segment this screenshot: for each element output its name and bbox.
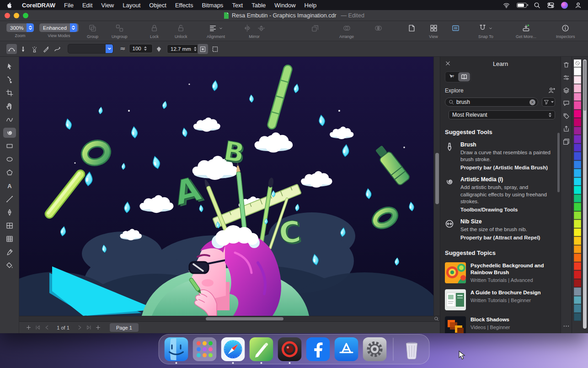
color-swatch-4[interactable] (574, 101, 581, 109)
alignment-button[interactable]: Alignment (207, 23, 225, 39)
interactive-fill-tool[interactable] (3, 260, 16, 271)
color-swatch-24[interactable] (574, 271, 581, 279)
sprayer-mode-button[interactable] (29, 44, 40, 54)
mirror-horizontal-button[interactable] (243, 24, 251, 32)
eyedropper-tool[interactable] (3, 247, 16, 257)
view-mode-select[interactable]: Enhanced (39, 23, 79, 32)
color-swatch-11[interactable] (574, 161, 581, 169)
color-swatch-23[interactable] (574, 262, 581, 271)
sign-in-icon[interactable] (548, 87, 555, 94)
dock-system-settings[interactable] (363, 337, 387, 361)
page-sorter-view-button[interactable] (408, 24, 416, 32)
comments-inspector-button[interactable] (563, 100, 570, 107)
color-swatch-20[interactable] (574, 237, 581, 245)
suggested-tool-2[interactable]: Nib SizeSet the size of the brush nib.Pr… (440, 218, 561, 240)
close-docker-button[interactable] (445, 60, 451, 66)
sort-select[interactable]: Most Relevant (449, 110, 555, 119)
multipage-view-button[interactable] (430, 24, 438, 32)
menu-object[interactable]: Object (149, 2, 166, 9)
color-swatch-27[interactable] (574, 296, 581, 304)
filter-button[interactable] (542, 97, 555, 107)
color-swatch-7[interactable] (574, 127, 581, 135)
combine-button[interactable] (343, 24, 351, 32)
color-swatch-29[interactable] (574, 313, 581, 321)
tags-inspector-button[interactable] (563, 113, 570, 119)
zoom-level-select[interactable]: 300% (6, 23, 34, 32)
first-page-button[interactable] (33, 324, 42, 332)
graph-paper-tool[interactable] (3, 221, 16, 231)
shape-tool[interactable] (3, 75, 16, 85)
rectangle-tool[interactable] (3, 141, 16, 151)
vertical-scrollbar[interactable] (433, 57, 440, 316)
ellipse-tool[interactable] (3, 154, 16, 164)
wifi-icon[interactable] (503, 2, 510, 9)
fullscreen-preview-button[interactable] (452, 24, 460, 32)
color-swatch-22[interactable] (574, 254, 581, 262)
horizontal-scrollbar-thumb[interactable] (206, 317, 283, 320)
color-swatch-9[interactable] (574, 144, 581, 152)
color-swatch-0[interactable] (574, 67, 581, 76)
crop-tool[interactable] (3, 88, 16, 98)
user-menu-icon[interactable] (575, 2, 582, 9)
palette-scrollbar-thumb[interactable] (583, 60, 586, 111)
frames-inspector-button[interactable] (563, 138, 570, 145)
polygon-tool[interactable] (3, 168, 16, 178)
vertical-scrollbar-thumb[interactable] (435, 153, 439, 204)
color-swatch-14[interactable] (574, 186, 581, 194)
no-color-swatch[interactable] (574, 60, 581, 67)
horizontal-scrollbar[interactable] (19, 316, 440, 321)
calligraphy-mode-button[interactable] (41, 44, 51, 54)
color-swatch-3[interactable] (574, 93, 581, 101)
canvas-viewport[interactable]: A A B B C C (19, 57, 440, 316)
mirror-vertical-button[interactable] (257, 24, 265, 32)
order-button[interactable] (311, 24, 319, 32)
group-button[interactable]: Group (87, 23, 98, 39)
menu-view[interactable]: View (101, 2, 114, 9)
color-swatch-17[interactable] (574, 211, 581, 220)
menu-edit[interactable]: Edit (82, 2, 92, 9)
minimize-window-button[interactable] (14, 13, 19, 18)
pen-tool[interactable] (3, 207, 16, 217)
zoom-window-button[interactable] (23, 13, 28, 18)
suggested-topic-1[interactable]: A Guide to Brochure DesignWritten Tutori… (440, 289, 561, 310)
learn-scrollbar-thumb[interactable] (557, 133, 560, 192)
dock-photo-booth[interactable] (278, 337, 302, 361)
color-swatch-15[interactable] (574, 195, 581, 203)
artistic-media-tool[interactable] (3, 128, 16, 138)
last-page-button[interactable] (84, 324, 93, 332)
color-swatch-16[interactable] (574, 203, 581, 211)
spotlight-icon[interactable] (534, 2, 540, 9)
zoom-corner-icon[interactable] (434, 316, 439, 321)
pick-tool[interactable] (3, 61, 16, 71)
inspectors-button[interactable]: Inspectors (556, 23, 575, 39)
menu-help[interactable]: Help (305, 2, 317, 9)
battery-icon[interactable] (517, 3, 527, 8)
color-swatch-21[interactable] (574, 245, 581, 254)
app-menu-title[interactable]: CorelDRAW (22, 2, 55, 9)
text-tool[interactable]: A (3, 181, 16, 191)
menu-layout[interactable]: Layout (123, 2, 140, 9)
properties-inspector-button[interactable] (563, 74, 570, 81)
add-page-after-button[interactable] (93, 324, 102, 332)
color-swatch-18[interactable] (574, 220, 581, 228)
explore-toggle-button[interactable] (458, 72, 470, 81)
control-center-icon[interactable] (547, 2, 554, 9)
suggested-tool-1[interactable]: Artistic Media (I)Add artistic brush, sp… (440, 176, 561, 212)
stroke-preset-select[interactable] (68, 44, 113, 54)
line-tool[interactable] (3, 194, 16, 204)
menu-window[interactable]: Window (274, 2, 295, 9)
dock-finder[interactable] (165, 337, 188, 361)
preset-mode-button[interactable] (6, 44, 17, 54)
export-inspector-button[interactable] (563, 125, 570, 132)
menu-table[interactable]: Table (251, 2, 266, 9)
intersect-button[interactable] (374, 24, 382, 32)
color-swatch-8[interactable] (574, 135, 581, 143)
dock-facebook[interactable] (306, 337, 330, 361)
freehand-tool[interactable] (3, 114, 16, 124)
mesh-tool[interactable] (3, 234, 16, 244)
suggested-tool-0[interactable]: BrushDraw a curve that resembles a paint… (440, 141, 561, 170)
suggested-topic-0[interactable]: Psychedelic Background and Rainbow Brush… (440, 262, 561, 283)
lock-button[interactable]: Lock (150, 23, 159, 39)
apple-menu[interactable] (6, 2, 13, 9)
ungroup-button[interactable]: Ungroup (112, 23, 128, 39)
